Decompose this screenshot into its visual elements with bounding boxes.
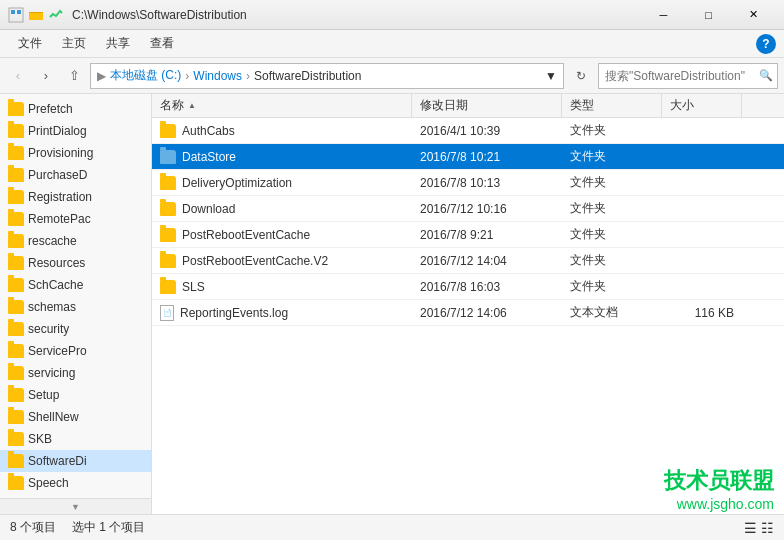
search-box[interactable]: 🔍 — [598, 63, 778, 89]
sidebar-label: SchCache — [28, 278, 83, 292]
sidebar-item-servicepro[interactable]: ServicePro — [0, 340, 151, 362]
sidebar-item-provisioning[interactable]: Provisioning — [0, 142, 151, 164]
cell-type: 文件夹 — [562, 144, 662, 169]
sidebar-item-security[interactable]: security — [0, 318, 151, 340]
window-controls[interactable]: ─ □ ✕ — [641, 0, 776, 30]
sidebar-label: PurchaseD — [28, 168, 87, 182]
menu-file[interactable]: 文件 — [8, 31, 52, 56]
sidebar-label: RemotePac — [28, 212, 91, 226]
breadcrumb-windows[interactable]: Windows — [193, 69, 242, 83]
menu-home[interactable]: 主页 — [52, 31, 96, 56]
cell-date: 2016/7/12 14:06 — [412, 300, 562, 325]
cell-name: PostRebootEventCache.V2 — [152, 248, 412, 273]
file-list: 名称 ▲ 修改日期 类型 大小 AuthCabs — [152, 94, 784, 514]
folder-icon — [8, 124, 24, 138]
sidebar-item-resources[interactable]: Resources — [0, 252, 151, 274]
folder-icon — [160, 202, 176, 216]
folder-icon — [8, 234, 24, 248]
svg-rect-1 — [11, 10, 15, 14]
view-list-icon[interactable]: ☰ — [744, 520, 757, 536]
sidebar-label: security — [28, 322, 69, 336]
folder-icon — [8, 344, 24, 358]
sidebar-item-remotepac[interactable]: RemotePac — [0, 208, 151, 230]
cell-type: 文件夹 — [562, 118, 662, 143]
menu-share[interactable]: 共享 — [96, 31, 140, 56]
status-selected: 选中 1 个项目 — [72, 519, 145, 536]
address-bar[interactable]: ▶ 本地磁盘 (C:) › Windows › SoftwareDistribu… — [90, 63, 564, 89]
folder-icon — [8, 476, 24, 490]
file-rows[interactable]: AuthCabs 2016/4/1 10:39 文件夹 DataStore 20… — [152, 118, 784, 514]
cell-date: 2016/7/12 10:16 — [412, 196, 562, 221]
forward-button[interactable]: › — [34, 64, 58, 88]
sidebar-label: Provisioning — [28, 146, 93, 160]
back-button[interactable]: ‹ — [6, 64, 30, 88]
table-row[interactable]: 📄 ReportingEvents.log 2016/7/12 14:06 文本… — [152, 300, 784, 326]
breadcrumb-current: SoftwareDistribution — [254, 69, 361, 83]
col-header-type[interactable]: 类型 — [562, 94, 662, 117]
close-button[interactable]: ✕ — [731, 0, 776, 30]
col-header-name[interactable]: 名称 ▲ — [152, 94, 412, 117]
cell-size — [662, 196, 742, 221]
table-row[interactable]: DataStore 2016/7/8 10:21 文件夹 — [152, 144, 784, 170]
sidebar-scroll-down[interactable]: ▼ — [0, 498, 151, 514]
table-row[interactable]: SLS 2016/7/8 16:03 文件夹 — [152, 274, 784, 300]
col-header-date[interactable]: 修改日期 — [412, 94, 562, 117]
sidebar-label: schemas — [28, 300, 76, 314]
sidebar-label: SKB — [28, 432, 52, 446]
sidebar-item-softwaredi[interactable]: SoftwareDi — [0, 450, 151, 472]
sidebar-item-prefetch[interactable]: Prefetch — [0, 98, 151, 120]
statusbar: 8 个项目 选中 1 个项目 ☰ ☷ — [0, 514, 784, 540]
titlebar: C:\Windows\SoftwareDistribution ─ □ ✕ — [0, 0, 784, 30]
svg-rect-4 — [29, 12, 43, 13]
breadcrumb-c[interactable]: 本地磁盘 (C:) — [110, 67, 181, 84]
help-icon[interactable]: ? — [752, 34, 776, 54]
menu-view[interactable]: 查看 — [140, 31, 184, 56]
sidebar-item-rescache[interactable]: rescache — [0, 230, 151, 252]
sidebar-item-setup[interactable]: Setup — [0, 384, 151, 406]
folder-icon — [8, 146, 24, 160]
cell-type: 文本文档 — [562, 300, 662, 325]
table-row[interactable]: PostRebootEventCache 2016/7/8 9:21 文件夹 — [152, 222, 784, 248]
minimize-button[interactable]: ─ — [641, 0, 686, 30]
col-size-label: 大小 — [670, 97, 694, 114]
sidebar-item-skb[interactable]: SKB — [0, 428, 151, 450]
up-button[interactable]: ⇧ — [62, 64, 86, 88]
sidebar-item-shellnew[interactable]: ShellNew — [0, 406, 151, 428]
sidebar-label: Prefetch — [28, 102, 73, 116]
cell-date: 2016/7/8 16:03 — [412, 274, 562, 299]
sidebar-item-purchased[interactable]: PurchaseD — [0, 164, 151, 186]
sidebar-item-servicing[interactable]: servicing — [0, 362, 151, 384]
sidebar: Prefetch PrintDialog Provisioning Purcha… — [0, 94, 152, 514]
folder-icon — [8, 366, 24, 380]
col-type-label: 类型 — [570, 97, 594, 114]
cell-size — [662, 118, 742, 143]
titlebar-path: C:\Windows\SoftwareDistribution — [72, 8, 641, 22]
cell-name: DataStore — [152, 144, 412, 169]
col-header-size[interactable]: 大小 — [662, 94, 742, 117]
sidebar-item-registration[interactable]: Registration — [0, 186, 151, 208]
sidebar-label: rescache — [28, 234, 77, 248]
maximize-button[interactable]: □ — [686, 0, 731, 30]
sidebar-scroll[interactable]: Prefetch PrintDialog Provisioning Purcha… — [0, 98, 151, 498]
col-name-label: 名称 — [160, 97, 184, 114]
table-row[interactable]: Download 2016/7/12 10:16 文件夹 — [152, 196, 784, 222]
refresh-button[interactable]: ↻ — [568, 63, 594, 89]
table-row[interactable]: DeliveryOptimization 2016/7/8 10:13 文件夹 — [152, 170, 784, 196]
cell-name: DeliveryOptimization — [152, 170, 412, 195]
sidebar-item-speech[interactable]: Speech — [0, 472, 151, 494]
view-controls[interactable]: ☰ ☷ — [744, 520, 774, 536]
sidebar-item-printdialog[interactable]: PrintDialog — [0, 120, 151, 142]
table-row[interactable]: PostRebootEventCache.V2 2016/7/12 14:04 … — [152, 248, 784, 274]
sidebar-item-schcache[interactable]: SchCache — [0, 274, 151, 296]
cell-type: 文件夹 — [562, 170, 662, 195]
table-row[interactable]: AuthCabs 2016/4/1 10:39 文件夹 — [152, 118, 784, 144]
view-grid-icon[interactable]: ☷ — [761, 520, 774, 536]
search-input[interactable] — [605, 69, 755, 83]
app-icon-2 — [28, 7, 44, 23]
sidebar-item-schemas[interactable]: schemas — [0, 296, 151, 318]
folder-icon — [8, 212, 24, 226]
cell-size — [662, 274, 742, 299]
cell-date: 2016/4/1 10:39 — [412, 118, 562, 143]
sidebar-label: servicing — [28, 366, 75, 380]
breadcrumb-dropdown[interactable]: ▼ — [545, 69, 557, 83]
